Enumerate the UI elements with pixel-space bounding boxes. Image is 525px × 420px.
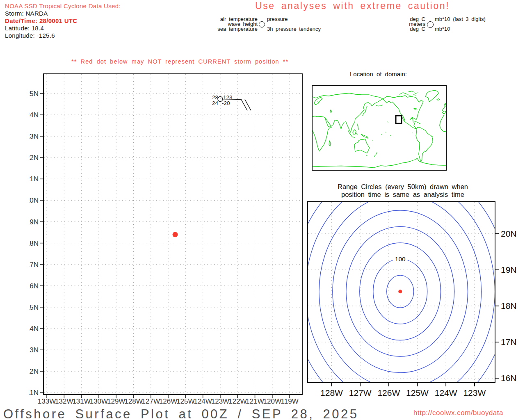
lat-tick-label: 24N — [29, 111, 39, 119]
lat-tick-label: 21N — [29, 175, 39, 183]
data-source-line: NOAA SSD Tropical Cyclone Data Used: — [5, 2, 121, 10]
source-url: http://coolwx.com/buoydata — [413, 409, 503, 417]
lon-tick-label: 132W — [55, 397, 73, 405]
station-sea-temperature: 24 — [212, 100, 219, 106]
main-surface-plot: 133W132W131W130W129W128W127W126W125W124W… — [29, 70, 312, 410]
lat-tick-label: 16N — [29, 282, 39, 290]
lon-tick-label: 130W — [90, 397, 108, 405]
lat-tick-label: 16N — [501, 373, 517, 383]
domain-map-title: Location of domain: — [312, 71, 445, 78]
storm-name-line: Storm: NARDA — [5, 10, 121, 17]
lat-tick-label: 17N — [501, 337, 517, 347]
lat-tick-label: 17N — [29, 261, 39, 269]
lon-tick-label: 119W — [281, 397, 299, 405]
lon-tick-label: 127W — [142, 397, 160, 405]
plot-main-title: Offshore Surface Plot at 00Z / SEP 28, 2… — [3, 407, 358, 420]
lon-tick-label: 126W — [377, 388, 400, 397]
lon-tick-label: 128W — [124, 397, 142, 405]
wind-barb-2 — [245, 99, 251, 110]
range-circles — [299, 180, 522, 404]
range-center-dot — [398, 290, 402, 293]
lon-tick-label: 127W — [349, 388, 372, 397]
lat-tick-label: 20N — [501, 229, 517, 238]
lon-tick-label: 125W — [176, 397, 194, 405]
station-circle-icon-units — [427, 21, 434, 28]
lon-tick-label: 123W — [463, 388, 486, 397]
legend-pressure-tendency: 3h pressure tendency — [267, 26, 321, 32]
range-plot-tick-labels: 128W127W126W125W124W123W20N19N18N17N16N — [320, 229, 516, 397]
lon-tick-label: 129W — [107, 397, 125, 405]
storm-position-dot — [172, 232, 178, 237]
main-plot-ticks — [40, 94, 290, 398]
lat-tick-label: 19N — [29, 218, 39, 226]
main-plot-tick-labels: 133W132W131W130W129W128W127W126W125W124W… — [29, 90, 299, 405]
lat-tick-label: 22N — [29, 154, 39, 162]
lat-tick-label: 15N — [29, 304, 39, 311]
lat-tick-label: 12N — [29, 368, 39, 375]
lon-tick-label: 131W — [72, 397, 90, 405]
caution-headline: Use analyses with extreme caution! — [255, 0, 450, 11]
legend-pressure: pressure — [267, 16, 288, 22]
lat-tick-label: 13N — [29, 346, 39, 354]
legend-unit-mb10: mb*10 — [435, 26, 450, 32]
lat-tick-label: 18N — [29, 240, 39, 247]
storm-position-warning: ** Red dot below may NOT represent CURRE… — [71, 58, 288, 65]
lat-tick-label: 14N — [29, 325, 39, 333]
lat-tick-label: 19N — [501, 265, 517, 274]
lat-tick-label: 11N — [29, 389, 39, 397]
station-pressure: 123 — [223, 94, 233, 100]
latitude-line: Latitude: 18.4 — [5, 25, 121, 32]
station-pressure-tendency: -20 — [222, 100, 230, 106]
lon-tick-label: 124W — [435, 388, 457, 397]
lon-tick-label: 122W — [228, 397, 247, 405]
world-map-box — [312, 85, 447, 171]
legend-unit-degc-sea: deg C — [390, 26, 425, 32]
station-air-temperature: 28 — [212, 94, 218, 100]
range-circle-label: 100 — [395, 256, 406, 262]
world-coastlines — [313, 90, 446, 168]
wind-barb-1 — [241, 99, 247, 110]
lat-tick-label: 25N — [29, 90, 39, 98]
buoy-plot-page: NOAA SSD Tropical Cyclone Data Used: Sto… — [0, 0, 525, 420]
lon-tick-label: 128W — [320, 388, 343, 397]
storm-info-block: NOAA SSD Tropical Cyclone Data Used: Sto… — [5, 2, 121, 39]
legend-sea-temperature: sea temperature — [193, 26, 258, 32]
lon-tick-label: 121W — [246, 397, 264, 405]
range-circles-plot: 128W127W126W125W124W123W20N19N18N17N16N1… — [299, 180, 525, 404]
lat-tick-label: 18N — [501, 301, 517, 310]
world-map — [313, 86, 446, 170]
domain-box — [396, 116, 402, 123]
lon-tick-label: 125W — [406, 388, 429, 397]
lat-tick-label: 20N — [29, 196, 39, 204]
lon-tick-label: 124W — [194, 397, 212, 405]
datetime-line: Date/Time: 28/0001 UTC — [5, 17, 121, 25]
lon-tick-label: 126W — [159, 397, 177, 405]
lon-tick-label: 133W — [38, 397, 56, 405]
lon-tick-label: 120W — [263, 397, 281, 405]
station-plot: 2812324-20 — [212, 94, 251, 110]
legend-unit-mb10-digits: mb*10 (last 3 digits) — [435, 16, 486, 22]
lat-tick-label: 23N — [29, 132, 39, 140]
lon-tick-label: 123W — [211, 397, 229, 405]
station-circle-icon — [259, 21, 265, 27]
longitude-line: Longitude: -125.6 — [5, 32, 121, 39]
